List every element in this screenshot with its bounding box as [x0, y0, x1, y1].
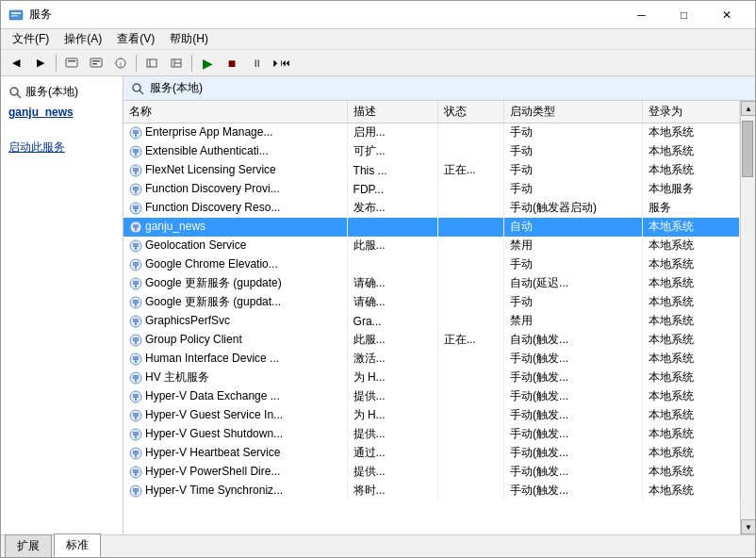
cell-status: [437, 142, 503, 161]
tab-standard[interactable]: 标准: [54, 533, 101, 557]
toolbar-stop[interactable]: ■: [221, 53, 243, 74]
cell-name: GraphicsPerfSvc: [123, 312, 347, 331]
scroll-down-button[interactable]: ▼: [741, 519, 755, 534]
cell-login: 本地系统: [643, 218, 740, 237]
toolbar-btn3[interactable]: i: [109, 53, 132, 74]
svg-rect-44: [133, 281, 139, 285]
title-bar-left: 服务: [8, 7, 52, 23]
svg-rect-26: [133, 168, 139, 172]
table-row[interactable]: Group Policy Client此服...正在...自动(触发...本地系…: [123, 331, 740, 350]
cell-desc: [347, 218, 437, 237]
svg-rect-41: [133, 262, 139, 266]
maximize-button[interactable]: □: [663, 1, 705, 29]
table-row[interactable]: Function Discovery Provi...FDP...手动本地服务: [123, 180, 740, 199]
cell-status: [437, 369, 503, 387]
table-row[interactable]: HV 主机服务为 H...手动(触发...本地系统: [123, 369, 740, 387]
cell-name: HV 主机服务: [123, 369, 347, 387]
title-controls: ─ □ ✕: [620, 1, 748, 29]
table-row[interactable]: Google Chrome Elevatio...手动本地系统: [123, 255, 740, 274]
col-header-status[interactable]: 状态: [437, 101, 503, 123]
col-header-startup[interactable]: 启动类型: [504, 101, 643, 123]
table-row[interactable]: Google 更新服务 (gupdate)请确...自动(延迟...本地系统: [123, 274, 740, 293]
cell-login: 本地系统: [643, 350, 740, 369]
main-panel: 服务(本地) 名称 描述 状态 启动类型 登录为: [123, 76, 755, 534]
col-header-desc[interactable]: 描述: [347, 101, 437, 123]
cell-login: 本地系统: [643, 425, 740, 444]
cell-desc: 提供...: [347, 425, 437, 444]
svg-rect-3: [66, 58, 77, 67]
cell-startup: 手动: [504, 161, 643, 180]
cell-name: Extensible Authenticati...: [123, 142, 347, 161]
svg-rect-29: [133, 187, 139, 190]
menu-action[interactable]: 操作(A): [57, 29, 109, 49]
start-service-link[interactable]: 启动此服务: [8, 140, 115, 156]
toolbar-btn5[interactable]: [165, 53, 188, 74]
table-row[interactable]: Extensible Authenticati...可扩...手动本地系统: [123, 142, 740, 161]
cell-startup: 手动: [504, 293, 643, 312]
table-row[interactable]: Geolocation Service此服...禁用本地系统: [123, 237, 740, 255]
cell-desc: 请确...: [347, 293, 437, 312]
toolbar-play[interactable]: ▶: [196, 53, 219, 74]
cell-login: 本地系统: [643, 142, 740, 161]
table-row[interactable]: ganju_news自动本地系统: [123, 218, 740, 237]
svg-point-15: [10, 88, 18, 95]
cell-name: Enterprise App Manage...: [123, 123, 347, 142]
title-bar: 服务 ─ □ ✕: [1, 1, 755, 29]
tab-expand[interactable]: 扩展: [5, 534, 52, 557]
toolbar-btn4[interactable]: [140, 53, 163, 74]
table-container[interactable]: 名称 描述 状态 启动类型 登录为 Enterprise App Manage.…: [123, 101, 740, 534]
table-row[interactable]: Hyper-V Guest Service In...为 H...手动(触发..…: [123, 406, 740, 425]
svg-rect-47: [133, 300, 139, 304]
cell-login: 本地系统: [643, 255, 740, 274]
cell-name: ganju_news: [123, 218, 347, 237]
cell-login: 服务: [643, 199, 740, 218]
toolbar-sep1: [56, 55, 57, 72]
col-header-name[interactable]: 名称: [123, 101, 347, 123]
scroll-track[interactable]: [741, 116, 755, 519]
table-row[interactable]: Hyper-V Data Exchange ...提供...手动(触发...本地…: [123, 387, 740, 406]
table-row[interactable]: FlexNet Licensing ServiceThis ...正在...手动…: [123, 161, 740, 180]
toolbar-sep2: [136, 55, 137, 72]
table-row[interactable]: Function Discovery Reso...发布...手动(触发器启动)…: [123, 199, 740, 218]
toolbar-pause[interactable]: ⏸: [245, 53, 268, 74]
menu-help[interactable]: 帮助(H): [162, 29, 216, 49]
table-row[interactable]: Hyper-V Guest Shutdown...提供...手动(触发...本地…: [123, 425, 740, 444]
cell-startup: 自动: [504, 218, 643, 237]
table-row[interactable]: Human Interface Device ...激活...手动(触发...本…: [123, 350, 740, 369]
menu-bar: 文件(F) 操作(A) 查看(V) 帮助(H): [1, 29, 755, 50]
cell-desc: 此服...: [347, 237, 437, 255]
cell-startup: 手动(触发...: [504, 444, 643, 463]
toolbar-up[interactable]: [60, 53, 83, 74]
cell-desc: 提供...: [347, 463, 437, 482]
cell-desc: 发布...: [347, 199, 437, 218]
table-row[interactable]: Hyper-V PowerShell Dire...提供...手动(触发...本…: [123, 463, 740, 482]
left-panel-title[interactable]: ganju_news: [8, 106, 115, 119]
close-button[interactable]: ✕: [705, 1, 748, 29]
scrollbar: ▲ ▼: [740, 101, 755, 534]
cell-startup: 手动: [504, 255, 643, 274]
toolbar-forward[interactable]: ▶: [29, 53, 52, 74]
table-row[interactable]: GraphicsPerfSvcGra...禁用本地系统: [123, 312, 740, 331]
table-row[interactable]: Hyper-V Heartbeat Service通过...手动(触发...本地…: [123, 444, 740, 463]
svg-rect-23: [133, 149, 139, 153]
scroll-up-button[interactable]: ▲: [741, 101, 755, 116]
table-row[interactable]: Enterprise App Manage...启用...手动本地系统: [123, 123, 740, 142]
menu-file[interactable]: 文件(F): [5, 29, 57, 49]
cell-startup: 手动(触发...: [504, 425, 643, 444]
menu-view[interactable]: 查看(V): [109, 29, 162, 49]
minimize-button[interactable]: ─: [620, 1, 663, 29]
cell-login: 本地服务: [643, 180, 740, 199]
toolbar-btn2[interactable]: [85, 53, 107, 74]
toolbar-back[interactable]: ◀: [5, 53, 27, 74]
cell-login: 本地系统: [643, 463, 740, 482]
cell-desc: 通过...: [347, 444, 437, 463]
scroll-thumb[interactable]: [742, 121, 753, 177]
cell-name: Google Chrome Elevatio...: [123, 255, 347, 274]
table-row[interactable]: Hyper-V Time Synchroniz...将时...手动(触发...本…: [123, 482, 740, 501]
col-header-login[interactable]: 登录为: [643, 101, 740, 123]
table-row[interactable]: Google 更新服务 (gupdat...请确...手动本地系统: [123, 293, 740, 312]
toolbar-restart[interactable]: ⏵⏮: [270, 53, 292, 74]
cell-name: FlexNet Licensing Service: [123, 161, 347, 180]
cell-startup: 手动: [504, 180, 643, 199]
cell-status: 正在...: [437, 331, 503, 350]
